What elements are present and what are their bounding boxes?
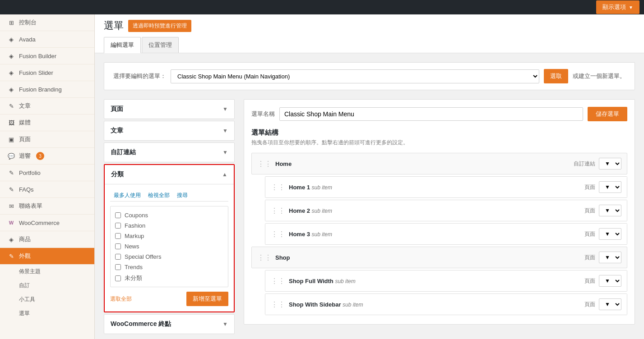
menu-item-home1-right: 頁面 ▼ [584,181,621,193]
menu-item-shop-full-width-title: Shop Full Width sub item [289,278,356,284]
save-menu-button[interactable]: 儲存選單 [588,107,627,121]
category-item-news[interactable]: News [114,241,224,252]
tab-manage-locations[interactable]: 位置管理 [142,37,179,53]
display-options-label: 顯示選項 [602,3,626,11]
display-options-button[interactable]: 顯示選項 ▼ [596,0,639,14]
accordion-pages-header[interactable]: 頁面 ▼ [104,100,234,119]
woocommerce-icon: W [7,219,15,227]
sub-label: sub item [312,208,332,214]
sidebar-item-pages[interactable]: ▣ 頁面 [0,131,94,148]
sidebar-item-fusion-builder[interactable]: ◈ Fusion Builder [0,48,94,64]
menu-item-home3-title: Home 3 sub item [289,231,332,238]
menu-item-shop-sidebar-dropdown[interactable]: ▼ [599,298,621,310]
category-label: 未分類 [125,274,142,282]
menu-item-home-dropdown[interactable]: ▼ [599,158,621,170]
sidebar-item-label: Avada [19,36,36,43]
add-to-menu-button[interactable]: 新增至選單 [186,292,228,306]
category-item-trends[interactable]: Trends [114,262,224,272]
category-label: Trends [125,264,143,270]
menu-item-home: ⋮⋮ Home 自訂連結 ▼ [251,153,627,174]
sidebar-item-woocommerce[interactable]: W WooCommerce [0,215,94,231]
category-checkbox-trends[interactable] [115,264,121,270]
sidebar-item-label: 控制台 [19,18,37,27]
sidebar-item-portfolio[interactable]: ✎ Portfolio [0,165,94,181]
accordion-pages: 頁面 ▼ [104,99,235,119]
dashboard-icon: ⊞ [7,18,15,27]
menu-item-home-header[interactable]: ⋮⋮ Home 自訂連結 ▼ [252,153,627,174]
menu-item-home3-header[interactable]: ⋮⋮ Home 3 sub item 頁面 ▼ [265,224,627,244]
category-item-markup[interactable]: Markup [114,231,224,241]
sidebar-item-label: Fusion Builder [19,53,56,60]
sidebar-item-fusion-branding[interactable]: ◈ Fusion Branding [0,81,94,98]
menu-item-home2-header[interactable]: ⋮⋮ Home 2 sub item 頁面 ▼ [265,200,627,221]
menu-item-home1-type: 頁面 [584,183,595,191]
tab-view-all[interactable]: 檢視全部 [144,190,173,201]
menu-item-home3-dropdown[interactable]: ▼ [599,228,621,240]
accordion-articles-header[interactable]: 文章 ▼ [104,121,234,140]
chevron-down-icon: ▼ [222,106,228,112]
sidebar-item-faqs[interactable]: ✎ FAQs [0,181,94,198]
category-item-fashion[interactable]: Fashion [114,220,224,231]
sidebar-item-comments[interactable]: 💬 迴響 3 [0,148,94,165]
accordion-categories: 分類 ▲ 最多人使用 檢視全部 搜尋 [104,164,235,312]
drag-handle-icon: ⋮⋮ [271,183,285,192]
menu-item-home1-dropdown[interactable]: ▼ [599,181,621,193]
category-checkbox-coupons[interactable] [115,212,121,218]
menu-item-shop-full-width-header[interactable]: ⋮⋮ Shop Full Width sub item 頁面 ▼ [265,270,627,291]
select-menu-button[interactable]: 選取 [544,69,568,83]
menu-select-dropdown[interactable]: Classic Shop Main Menu (Main Navigation) [171,69,539,83]
accordion-categories-header[interactable]: 分類 ▲ [105,165,234,184]
sidebar-item-menus[interactable]: 選單 [14,307,94,321]
select-all-link[interactable]: 選取全部 [110,295,132,303]
sidebar-item-label: 外觀 [19,252,31,260]
accordion-woocommerce-header[interactable]: WooCommerce 終點 ▼ [104,315,234,334]
menu-item-home3-left: ⋮⋮ Home 3 sub item [271,230,332,238]
preview-button[interactable]: 透過即時預覽進行管理 [128,20,191,32]
articles-icon: ✎ [7,102,15,110]
accordion-custom-links-header[interactable]: 自訂連結 ▼ [104,143,234,162]
category-item-uncategorized[interactable]: 未分類 [114,272,224,284]
accordion-categories-label: 分類 [111,170,124,179]
sidebar-item-appearance[interactable]: ✎ 外觀 [0,248,94,265]
sidebar-item-contact[interactable]: ✉ 聯絡表單 [0,198,94,215]
menu-item-home2-dropdown[interactable]: ▼ [599,205,621,216]
sidebar-item-widgets[interactable]: 小工具 [14,293,94,307]
accordion-pages-label: 頁面 [111,105,123,113]
sidebar-item-articles[interactable]: ✎ 文章 [0,98,94,115]
menu-item-shop-sidebar-header[interactable]: ⋮⋮ Shop With Sidebar sub item 頁面 ▼ [265,294,627,315]
sub-label: sub item [335,278,355,284]
menu-item-shop-sidebar: ⋮⋮ Shop With Sidebar sub item 頁面 ▼ [265,293,627,315]
category-checkbox-markup[interactable] [115,233,121,239]
category-checkbox-uncategorized[interactable] [115,275,121,281]
menu-item-shop-dropdown[interactable]: ▼ [599,252,621,263]
sidebar-item-products[interactable]: ◈ 商品 [0,231,94,248]
menu-item-home1-header[interactable]: ⋮⋮ Home 1 sub item 頁面 ▼ [265,177,627,197]
sidebar-item-avada[interactable]: ◈ Avada [0,31,94,48]
tab-most-used[interactable]: 最多人使用 [110,190,144,201]
menu-item-shop-header[interactable]: ⋮⋮ Shop 頁面 ▼ [252,247,627,268]
menu-item-shop-full-width-type: 頁面 [584,277,595,285]
category-checkbox-special-offers[interactable] [115,254,121,260]
select-menu-label: 選擇要編輯的選單： [113,72,166,80]
content-area: 選擇要編輯的選單： Classic Shop Main Menu (Main N… [95,53,644,339]
drag-handle-icon: ⋮⋮ [271,277,285,285]
appearance-icon: ✎ [7,252,15,260]
category-item-special-offers[interactable]: Special Offers [114,252,224,262]
tab-search[interactable]: 搜尋 [173,190,191,201]
menu-name-input[interactable] [279,107,583,121]
sidebar-item-media[interactable]: 🖼 媒體 [0,115,94,131]
drag-handle-icon: ⋮⋮ [271,206,285,215]
menu-item-shop-type: 頁面 [584,254,595,261]
drag-handle-icon: ⋮⋮ [271,230,285,238]
sidebar-item-label: 聯絡表單 [19,202,42,210]
sidebar-sub-label: 選單 [19,310,30,317]
sidebar-item-dashboard[interactable]: ⊞ 控制台 [0,14,94,31]
sidebar-item-themes[interactable]: 佈景主題 [14,265,94,279]
category-item-coupons[interactable]: Coupons [114,210,224,220]
sidebar-item-fusion-slider[interactable]: ◈ Fusion Slider [0,64,94,81]
menu-item-shop-full-width-dropdown[interactable]: ▼ [599,275,621,287]
category-checkbox-fashion[interactable] [115,223,121,229]
sidebar-item-customize[interactable]: 自訂 [14,279,94,293]
category-checkbox-news[interactable] [115,243,121,249]
tab-edit-menu[interactable]: 編輯選單 [104,37,141,53]
